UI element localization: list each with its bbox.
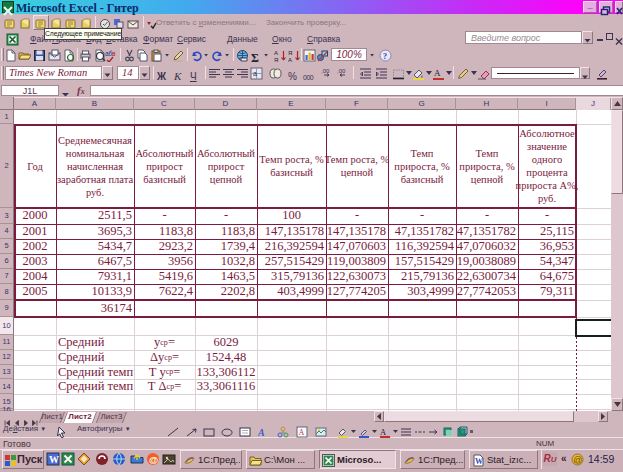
svg-text:a: a: [253, 70, 257, 77]
svg-text:А: А: [288, 57, 292, 62]
svg-text:@: @: [573, 455, 582, 465]
svg-text:А: А: [274, 50, 278, 56]
svg-text:Я: Я: [274, 57, 278, 62]
svg-text:А: А: [380, 427, 387, 437]
svg-text:Я: Я: [288, 50, 292, 56]
svg-text:W: W: [49, 454, 59, 465]
svg-text:,00: ,00: [321, 68, 330, 74]
svg-text:в: в: [112, 50, 116, 57]
svg-text:@: @: [149, 454, 158, 465]
svg-text:A: A: [299, 428, 305, 437]
svg-text:,00: ,00: [337, 68, 346, 74]
svg-text:А: А: [434, 68, 441, 78]
svg-text:?: ?: [383, 52, 387, 61]
svg-text:W: W: [475, 457, 483, 466]
svg-text:А: А: [258, 427, 265, 438]
